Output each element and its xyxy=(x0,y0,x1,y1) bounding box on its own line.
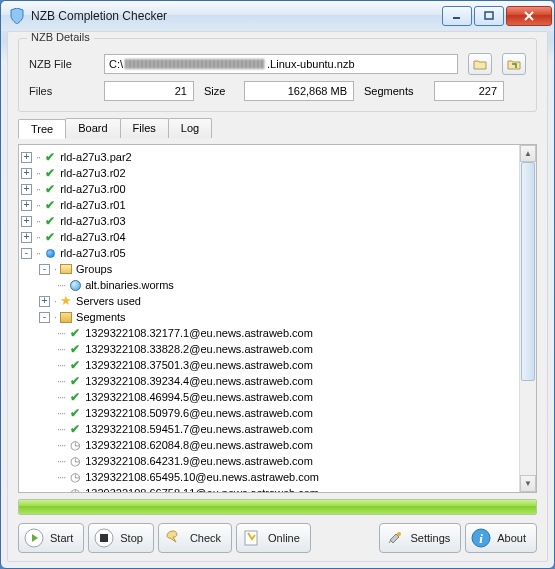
check-icon: ✔ xyxy=(68,422,82,436)
minimize-button[interactable] xyxy=(442,6,472,26)
app-icon xyxy=(9,8,25,24)
online-icon xyxy=(241,527,263,549)
svg-rect-1 xyxy=(485,12,493,19)
tree-label: rld-a27u3.r00 xyxy=(60,181,125,197)
scroll-thumb[interactable] xyxy=(521,162,535,381)
redacted-path xyxy=(125,59,265,69)
tree-label: rld-a27u3.r03 xyxy=(60,213,125,229)
titlebar[interactable]: NZB Completion Checker xyxy=(1,1,554,31)
expander-icon[interactable]: + xyxy=(21,168,32,179)
tree-item[interactable]: ····✔1329322108.50979.6@eu.news.astraweb… xyxy=(21,405,534,421)
tree-item[interactable]: +·★Servers used xyxy=(21,293,534,309)
close-button[interactable] xyxy=(506,6,552,26)
tree-item[interactable]: ····✔1329322108.37501.3@eu.news.astraweb… xyxy=(21,357,534,373)
star-icon: ★ xyxy=(59,294,73,308)
tree-item[interactable]: ····✔1329322108.59451.7@eu.news.astraweb… xyxy=(21,421,534,437)
tree-item[interactable]: ····◷1329322108.64231.9@eu.news.astraweb… xyxy=(21,453,534,469)
tree-label: rld-a27u3.par2 xyxy=(60,149,132,165)
tree-label: 1329322108.39234.4@eu.news.astraweb.com xyxy=(85,373,313,389)
file-path-input[interactable]: C:\ .Linux-ubuntu.nzb xyxy=(104,54,458,74)
scroll-up-button[interactable]: ▲ xyxy=(520,145,536,162)
tab-tree[interactable]: Tree xyxy=(18,119,66,139)
tree-item[interactable]: +··✔rld-a27u3.r03 xyxy=(21,213,534,229)
tree-label: 1329322108.32177.1@eu.news.astraweb.com xyxy=(85,325,313,341)
tree-item[interactable]: ····✔1329322108.32177.1@eu.news.astraweb… xyxy=(21,325,534,341)
tree-label: Segments xyxy=(76,309,126,325)
check-icon: ✔ xyxy=(43,198,57,212)
stop-icon xyxy=(93,527,115,549)
clock-icon: ◷ xyxy=(68,470,82,484)
expander-icon[interactable]: - xyxy=(21,248,32,259)
tree-item[interactable]: ····◷1329322108.66758.11@eu.news.astrawe… xyxy=(21,485,534,493)
settings-icon xyxy=(384,527,406,549)
tree-label: rld-a27u3.r05 xyxy=(60,245,125,261)
svg-point-8 xyxy=(397,532,401,536)
start-button[interactable]: Start xyxy=(18,523,84,553)
settings-button[interactable]: Settings xyxy=(379,523,462,553)
tree-item[interactable]: +··✔rld-a27u3.par2 xyxy=(21,149,534,165)
progress-fill xyxy=(19,500,536,514)
check-button[interactable]: Check xyxy=(158,523,232,553)
expander-icon[interactable]: + xyxy=(21,216,32,227)
tree-item[interactable]: -·Groups xyxy=(21,261,534,277)
tree-label: 1329322108.46994.5@eu.news.astraweb.com xyxy=(85,389,313,405)
tree-view[interactable]: +··✔rld-a27u3.par2+··✔rld-a27u3.r02+··✔r… xyxy=(18,144,537,493)
online-button[interactable]: Online xyxy=(236,523,311,553)
check-icon: ✔ xyxy=(68,358,82,372)
info-icon: i xyxy=(470,527,492,549)
check-icon: ✔ xyxy=(68,406,82,420)
application-window: NZB Completion Checker NZB Details NZB F… xyxy=(0,0,555,569)
file-label: NZB File xyxy=(29,58,94,70)
tree-item[interactable]: ····alt.binaries.worms xyxy=(21,277,534,293)
tree-item[interactable]: ····✔1329322108.33828.2@eu.news.astraweb… xyxy=(21,341,534,357)
tree-item[interactable]: ····◷1329322108.62084.8@eu.news.astraweb… xyxy=(21,437,534,453)
segments-value: 227 xyxy=(434,81,504,101)
check-icon: ✔ xyxy=(43,150,57,164)
toolbar: Start Stop Check Online Settings i Abou xyxy=(18,521,537,553)
tree-label: alt.binaries.worms xyxy=(85,277,174,293)
check-icon: ✔ xyxy=(43,230,57,244)
svg-text:i: i xyxy=(479,531,483,546)
expander-icon[interactable]: + xyxy=(21,152,32,163)
tree-item[interactable]: +··✔rld-a27u3.r02 xyxy=(21,165,534,181)
tree-item[interactable]: +··✔rld-a27u3.r04 xyxy=(21,229,534,245)
tree-label: Servers used xyxy=(76,293,141,309)
expander-icon[interactable]: - xyxy=(39,264,50,275)
tab-log[interactable]: Log xyxy=(168,118,212,138)
maximize-button[interactable] xyxy=(474,6,504,26)
segments-icon xyxy=(59,310,73,324)
tree-item[interactable]: +··✔rld-a27u3.r01 xyxy=(21,197,534,213)
expander-icon[interactable]: + xyxy=(21,232,32,243)
check-icon: ✔ xyxy=(43,166,57,180)
check-icon: ✔ xyxy=(68,326,82,340)
check-icon: ✔ xyxy=(43,182,57,196)
tree-label: 1329322108.37501.3@eu.news.astraweb.com xyxy=(85,357,313,373)
globe-icon xyxy=(68,278,82,292)
tab-files[interactable]: Files xyxy=(120,118,169,138)
tree-item[interactable]: -·Segments xyxy=(21,309,534,325)
expander-icon[interactable]: + xyxy=(21,200,32,211)
tree-item[interactable]: ····✔1329322108.39234.4@eu.news.astraweb… xyxy=(21,373,534,389)
scroll-down-button[interactable]: ▼ xyxy=(520,475,536,492)
about-button[interactable]: i About xyxy=(465,523,537,553)
expander-icon[interactable]: + xyxy=(21,184,32,195)
tree-item[interactable]: +··✔rld-a27u3.r00 xyxy=(21,181,534,197)
size-value: 162,868 MB xyxy=(244,81,354,101)
expander-icon[interactable]: + xyxy=(39,296,50,307)
tree-item[interactable]: ····◷1329322108.65495.10@eu.news.astrawe… xyxy=(21,469,534,485)
check-icon xyxy=(163,527,185,549)
open-folder-button[interactable] xyxy=(468,53,492,75)
scroll-track[interactable] xyxy=(520,162,536,475)
tree-item[interactable]: -··rld-a27u3.r05 xyxy=(21,245,534,261)
tree-item[interactable]: ····✔1329322108.46994.5@eu.news.astraweb… xyxy=(21,389,534,405)
tree-label: 1329322108.33828.2@eu.news.astraweb.com xyxy=(85,341,313,357)
expander-icon[interactable]: - xyxy=(39,312,50,323)
tree-label: rld-a27u3.r01 xyxy=(60,197,125,213)
stop-button[interactable]: Stop xyxy=(88,523,154,553)
tab-bar: Tree Board Files Log xyxy=(18,118,537,138)
vertical-scrollbar[interactable]: ▲ ▼ xyxy=(519,145,536,492)
tab-board[interactable]: Board xyxy=(65,118,120,138)
tree-label: 1329322108.66758.11@eu.news.astraweb.com xyxy=(85,485,319,493)
browse-button[interactable] xyxy=(502,53,526,75)
tree-label: 1329322108.65495.10@eu.news.astraweb.com xyxy=(85,469,319,485)
